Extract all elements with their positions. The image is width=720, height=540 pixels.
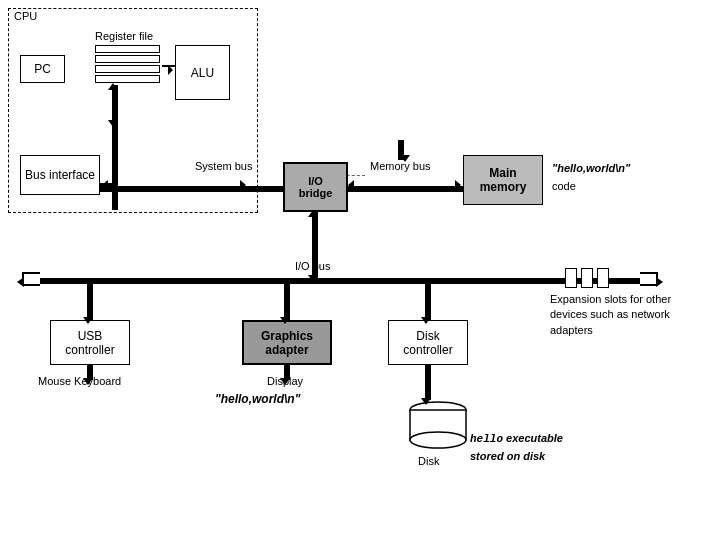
hello-world-memory-label: "hello,world\n"	[552, 162, 692, 174]
mem-down-vline	[398, 140, 404, 160]
register-file	[95, 45, 160, 85]
usb-vline	[87, 284, 93, 320]
disk-controller-box: Disk controller	[388, 320, 468, 365]
hello-executable-label: hello executablestored on disk	[470, 430, 650, 464]
mouse-keyboard-label: Mouse Keyboard	[38, 375, 121, 387]
hello-code-label: code	[552, 180, 576, 193]
right-arrow-1	[640, 272, 658, 286]
bridge-to-io-vline	[312, 212, 318, 278]
main-memory-box: Main memory	[463, 155, 543, 205]
graphics-adapter-box: Graphics adapter	[242, 320, 332, 365]
disk-down-vline	[425, 365, 431, 400]
register-file-label: Register file	[95, 30, 153, 42]
system-bus-label: System bus	[195, 160, 252, 172]
disk-ctrl-vline	[425, 284, 431, 320]
reg-bus-vline	[112, 85, 118, 125]
memory-bus-hline	[348, 186, 463, 192]
system-bus-hline	[100, 186, 285, 192]
hello-world-display-label: "hello,world\n"	[215, 392, 300, 406]
svg-point-2	[410, 432, 466, 448]
disk-label: Disk	[418, 455, 439, 467]
usb-controller-box: USB controller	[50, 320, 130, 365]
alu-box: ALU	[175, 45, 230, 100]
disk-box	[408, 400, 468, 458]
cpu-label: CPU	[14, 10, 37, 22]
expansion-slots	[565, 268, 609, 288]
io-bus-hline	[40, 278, 640, 284]
graphics-vline	[284, 284, 290, 320]
left-arrow-1	[22, 272, 40, 286]
io-bridge-box: I/O bridge	[283, 162, 348, 212]
diagram: CPU PC Register file ALU Bus interface S…	[0, 0, 720, 540]
bus-interface-box: Bus interface	[20, 155, 100, 195]
pc-box: PC	[20, 55, 65, 83]
bus-iface-hline	[100, 183, 113, 189]
expansion-slots-label: Expansion slots for other devices such a…	[550, 292, 710, 338]
